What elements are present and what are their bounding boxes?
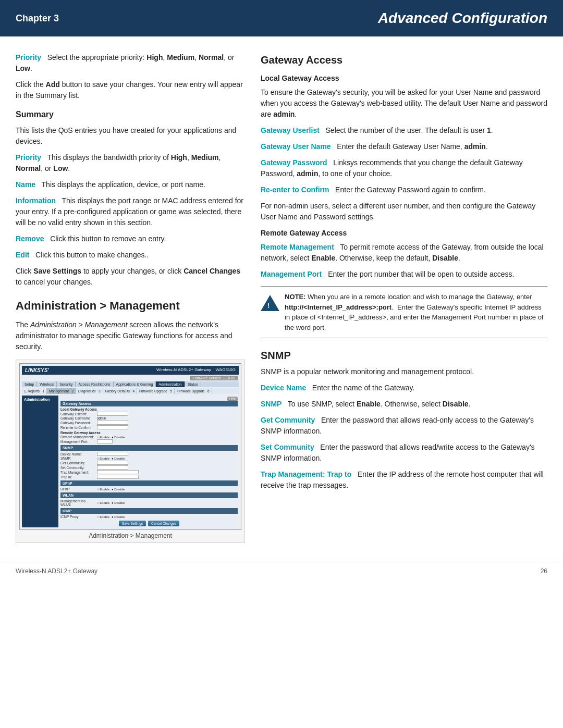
- gateway-username: Gateway User Name Enter the default Gate…: [261, 141, 547, 152]
- sim-field-userlist: Gateway Userlist:: [60, 412, 238, 416]
- page-footer: Wireless-N ADSL2+ Gateway 26: [0, 562, 563, 580]
- sim-field-set-community: Set Community:: [60, 465, 238, 470]
- sim-field-reenter: Re-enter to Confirm:: [60, 425, 238, 429]
- left-column: Priority Select the appropriate priority…: [16, 52, 245, 546]
- sim-field-get-community: Get Community:: [60, 461, 238, 465]
- title-text: Advanced Configuration: [378, 10, 547, 27]
- gateway-password-label: Gateway Password: [261, 158, 327, 167]
- sim-body: Administration Help Gateway Access Local…: [22, 396, 239, 527]
- footer-left: Wireless-N ADSL2+ Gateway: [16, 567, 97, 575]
- admin-desc: The Administration > Management screen a…: [16, 319, 245, 352]
- sim-logo: LINKSYS': [25, 367, 49, 373]
- information-entry: Information This displays the port range…: [16, 195, 245, 228]
- edit-entry: Edit Click this button to make changes..: [16, 250, 245, 261]
- remote-gateway-heading: Remote Gateway Access: [261, 228, 547, 239]
- remote-mgmt: Remote Management To permit remote acces…: [261, 242, 547, 264]
- set-community: Set Community Enter the password that al…: [261, 442, 547, 464]
- remove-entry: Remove Click this button to remove an en…: [16, 233, 245, 244]
- sim-section-icmp: ICMP: [60, 508, 238, 514]
- note-icon: [261, 295, 279, 311]
- sim-tab-security: Security: [57, 381, 76, 387]
- sim-field-snmp: SNMP: ○ Enable ● Disable: [60, 456, 238, 460]
- sim-header-bar: LINKSYS' Wireless-N ADSL2+ Gateway WAG31…: [22, 366, 239, 375]
- summary-heading: Summary: [16, 108, 245, 121]
- snmp-entry: SNMP To use SNMP, select Enable. Otherwi…: [261, 399, 547, 410]
- priority-intro: Priority Select the appropriate priority…: [16, 52, 245, 74]
- sim-field-icmp: ICMP Proxy: ○ Enable ● Disable: [60, 515, 238, 519]
- trap-mgmt: Trap Management: Trap to Enter the IP ad…: [261, 469, 547, 491]
- admin-heading: Administration > Management: [16, 297, 245, 314]
- sim-field-trap-mgmt: Trap Management:: [60, 470, 238, 474]
- note-box: NOTE: When you are in a remote location …: [261, 286, 547, 338]
- sim-subtab-3: Diagnostics 3: [76, 388, 103, 394]
- snmp-title: SNMP: [261, 348, 547, 363]
- sim-field-username: Gateway Username: admin: [60, 416, 238, 420]
- remove-label: Remove: [16, 235, 44, 243]
- remote-mgmt-label: Remote Management: [261, 243, 334, 251]
- device-name: Device Name Enter the name of the Gatewa…: [261, 382, 547, 393]
- screenshot-container: LINKSYS' Wireless-N ADSL2+ Gateway WAG31…: [16, 360, 245, 543]
- sim-cancel-btn[interactable]: Cancel Changes: [148, 521, 179, 526]
- set-community-label: Set Community: [261, 443, 314, 451]
- sim-tab-status: Status: [185, 381, 201, 387]
- sim-field-password: Gateway Password:: [60, 421, 238, 425]
- edit-label: Edit: [16, 251, 29, 259]
- name-label: Name: [16, 180, 35, 189]
- sim-device-info: Wireless-N ADSL2+ Gateway WAG310G: [156, 367, 236, 373]
- sim-subtab-4: Factory Defaults 4: [103, 388, 137, 394]
- local-gateway-desc: To ensure the Gateway's security, you wi…: [261, 87, 547, 120]
- sim-subtab-6: Firmware Upgrade 6: [175, 388, 212, 394]
- gateway-userlist-label: Gateway Userlist: [261, 126, 320, 134]
- sim-sidebar: Administration: [22, 396, 58, 527]
- sim-subtab-1: 1. Reports 1: [22, 388, 47, 394]
- note-text: NOTE: When you are in a remote location …: [285, 292, 547, 332]
- sim-buttons: Save Settings Cancel Changes: [60, 521, 238, 526]
- sim-main: Help Gateway Access Local Gateway Access…: [59, 396, 239, 527]
- local-gateway-heading: Local Gateway Access: [261, 73, 547, 84]
- sim-field-trap-to: Trap to:: [60, 475, 238, 479]
- sim-tab-apps: Applications & Gaming: [114, 381, 156, 387]
- sim-remote-label: Remote Gateway Access: [60, 431, 238, 435]
- gateway-userlist: Gateway Userlist Select the number of th…: [261, 125, 547, 136]
- sim-help-btn: Help: [227, 397, 238, 401]
- screenshot-caption: Administration > Management: [19, 532, 241, 539]
- sim-local-gateway-label: Local Gateway Access: [60, 408, 238, 411]
- main-content: Priority Select the appropriate priority…: [0, 36, 563, 557]
- sim-tabs: Setup Wireless Security Access Restricti…: [22, 381, 239, 387]
- sim-subtab-2: Management 2: [47, 388, 76, 394]
- sim-tab-admin: Administration: [156, 381, 185, 387]
- page-header: Chapter 3 Advanced Configuration: [0, 0, 563, 36]
- summary-desc: This lists the QoS entries you have crea…: [16, 125, 245, 147]
- sim-field-upnp: UPnP: ○ Enable ● Disable: [60, 487, 238, 491]
- mgmt-port: Management Port Enter the port number th…: [261, 269, 547, 280]
- sim-subtabs: 1. Reports 1 Management 2 Diagnostics 3 …: [22, 388, 239, 394]
- get-community: Get Community Enter the password that al…: [261, 415, 547, 437]
- right-column: Gateway Access Local Gateway Access To e…: [261, 52, 547, 546]
- priority-qos: Priority This displays the bandwidth pri…: [16, 152, 245, 174]
- priority-label: Priority: [16, 53, 41, 61]
- sim-tab-access: Access Restrictions: [76, 381, 113, 387]
- save-note: Click Save Settings to apply your change…: [16, 266, 245, 288]
- sim-screenshot: LINKSYS' Wireless-N ADSL2+ Gateway WAG31…: [19, 363, 241, 530]
- get-community-label: Get Community: [261, 416, 315, 424]
- priority-qos-label: Priority: [16, 153, 41, 162]
- gateway-username-label: Gateway User Name: [261, 142, 331, 151]
- mgmt-port-label: Management Port: [261, 270, 322, 278]
- name-entry: Name This displays the application, devi…: [16, 179, 245, 190]
- add-button-note: Click the Add button to save your change…: [16, 79, 245, 101]
- reenter-confirm-label: Re-enter to Confirm: [261, 186, 329, 194]
- gateway-password: Gateway Password Linksys recommends that…: [261, 157, 547, 179]
- sim-tab-wireless: Wireless: [37, 381, 57, 387]
- sim-section-upnp: UPnP: [60, 480, 238, 486]
- sim-field-mgmt-port: Management Port:: [60, 439, 238, 443]
- sim-save-btn[interactable]: Save Settings: [119, 521, 146, 526]
- sim-section-snmp: SNMP: [60, 445, 238, 451]
- nonadmin-desc: For non-admin users, select a different …: [261, 201, 547, 223]
- page-title: Advanced Configuration: [136, 0, 563, 36]
- snmp-intro: SNMP is a popular network monitoring and…: [261, 366, 547, 377]
- trap-mgmt-label: Trap Management: Trap to: [261, 470, 351, 478]
- device-name-label: Device Name: [261, 384, 306, 392]
- reenter-confirm: Re-enter to Confirm Enter the Gateway Pa…: [261, 184, 547, 195]
- sim-field-wlan-mgmt: Management via WLAN: ○ Enable ● Disable: [60, 499, 238, 507]
- sim-field-device-name: Device Name:: [60, 452, 238, 456]
